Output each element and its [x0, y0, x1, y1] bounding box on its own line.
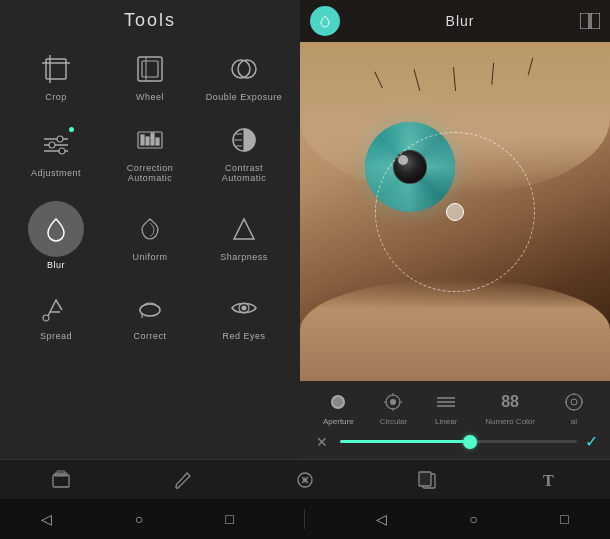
tool-item-correct[interactable]: Correct — [104, 280, 196, 349]
photo-controls: Aperture Circular — [300, 381, 610, 459]
split-view-icon[interactable] — [580, 13, 600, 29]
al-icon — [561, 389, 587, 415]
svg-marker-23 — [234, 219, 254, 239]
tool-item-adjustment[interactable]: Adjustment — [10, 112, 102, 191]
sharpness-icon — [224, 209, 264, 249]
blur-slider-thumb[interactable] — [463, 435, 477, 449]
aperture-option-al[interactable]: al — [561, 389, 587, 426]
svg-point-32 — [390, 399, 396, 405]
photo-area[interactable] — [300, 42, 610, 381]
tool-item-crop[interactable]: Crop — [10, 41, 102, 110]
uniform-label: Uniform — [132, 252, 167, 262]
bottom-toolbar: T — [0, 459, 610, 499]
svg-rect-52 — [419, 472, 431, 486]
blur-slider[interactable] — [340, 440, 577, 443]
aperture-option-numero-color[interactable]: 88 Numero Color — [485, 389, 535, 426]
tools-grid: Crop Wheel Double Exposure — [0, 41, 300, 349]
svg-point-28 — [242, 306, 246, 310]
aperture-option-linear[interactable]: Linear — [433, 389, 459, 426]
blur-badge — [310, 6, 340, 36]
toolbar-brush-button[interactable] — [163, 460, 203, 500]
aperture-icon — [325, 389, 351, 415]
toolbar-copy-button[interactable] — [407, 460, 447, 500]
tools-panel: Tools Crop Wheel Double E — [0, 0, 300, 459]
svg-rect-18 — [156, 138, 159, 145]
correct-label: Correct — [133, 331, 166, 341]
svg-point-25 — [140, 304, 160, 316]
correction-label: Correction Automatic — [108, 163, 192, 183]
home-button-right[interactable]: ○ — [457, 507, 489, 531]
tool-item-sharpness[interactable]: Sharpness — [198, 193, 290, 278]
red-eyes-label: Red Eyes — [222, 331, 265, 341]
toolbar-effects-button[interactable] — [285, 460, 325, 500]
recent-button-left[interactable]: □ — [214, 507, 246, 531]
home-button-left[interactable]: ○ — [123, 507, 155, 531]
wheel-icon — [130, 49, 170, 89]
svg-rect-4 — [142, 61, 158, 77]
al-label: al — [571, 417, 577, 426]
svg-point-40 — [566, 394, 582, 410]
svg-point-45 — [571, 399, 577, 405]
photo-header: Blur — [300, 0, 610, 42]
blur-center-handle[interactable] — [446, 203, 464, 221]
cancel-blur-button[interactable]: ✕ — [312, 434, 332, 450]
tools-title: Tools — [124, 10, 176, 31]
blur-circle[interactable] — [375, 132, 535, 292]
numero-color-label: Numero Color — [485, 417, 535, 426]
svg-point-24 — [43, 315, 49, 321]
contrast-icon — [224, 120, 264, 160]
wheel-label: Wheel — [136, 92, 164, 102]
svg-rect-0 — [46, 59, 66, 79]
recent-button-right[interactable]: □ — [548, 507, 580, 531]
tool-item-spread[interactable]: Spread — [10, 280, 102, 349]
confirm-blur-button[interactable]: ✓ — [585, 432, 598, 451]
eye-background — [300, 42, 610, 381]
crop-label: Crop — [45, 92, 67, 102]
tool-item-double-exposure[interactable]: Double Exposure — [198, 41, 290, 110]
spread-label: Spread — [40, 331, 72, 341]
slider-row: ✕ ✓ — [300, 428, 610, 455]
contrast-label: Contrast Automatic — [202, 163, 286, 183]
double-exposure-icon — [224, 49, 264, 89]
photo-title: Blur — [446, 13, 475, 29]
svg-rect-16 — [146, 137, 149, 145]
svg-rect-17 — [151, 133, 154, 145]
aperture-option-aperture[interactable]: Aperture — [323, 389, 354, 426]
correct-icon — [130, 288, 170, 328]
double-exposure-label: Double Exposure — [206, 92, 283, 102]
blur-slider-fill — [340, 440, 470, 443]
adjustment-icon — [36, 125, 76, 165]
aperture-options: Aperture Circular — [300, 387, 610, 428]
aperture-option-circular[interactable]: Circular — [380, 389, 408, 426]
svg-point-12 — [49, 142, 55, 148]
blur-icon — [28, 201, 84, 257]
back-button-right[interactable]: ◁ — [364, 507, 399, 531]
tool-item-correction[interactable]: Correction Automatic — [104, 112, 196, 191]
sharpness-label: Sharpness — [220, 252, 268, 262]
photo-panel: Blur — [300, 0, 610, 459]
aperture-label: Aperture — [323, 417, 354, 426]
tool-item-red-eyes[interactable]: Red Eyes — [198, 280, 290, 349]
svg-rect-46 — [53, 475, 69, 487]
crop-icon — [36, 49, 76, 89]
back-button-left[interactable]: ◁ — [29, 507, 64, 531]
numero-color-icon: 88 — [497, 389, 523, 415]
tool-item-uniform[interactable]: Uniform — [104, 193, 196, 278]
uniform-icon — [130, 209, 170, 249]
adjustment-label: Adjustment — [31, 168, 81, 178]
blur-label: Blur — [47, 260, 65, 270]
svg-point-13 — [59, 148, 65, 154]
nav-bar: ◁ ○ □ ◁ ○ □ — [0, 499, 610, 539]
circular-icon — [380, 389, 406, 415]
svg-text:T: T — [543, 472, 554, 489]
circular-label: Circular — [380, 417, 408, 426]
svg-rect-15 — [141, 135, 144, 145]
svg-point-11 — [57, 136, 63, 142]
toolbar-layers-button[interactable] — [41, 460, 81, 500]
tool-item-wheel[interactable]: Wheel — [104, 41, 196, 110]
spread-icon — [36, 288, 76, 328]
linear-label: Linear — [435, 417, 457, 426]
tool-item-contrast[interactable]: Contrast Automatic — [198, 112, 290, 191]
tool-item-blur[interactable]: Blur — [10, 193, 102, 278]
toolbar-text-button[interactable]: T — [529, 460, 569, 500]
